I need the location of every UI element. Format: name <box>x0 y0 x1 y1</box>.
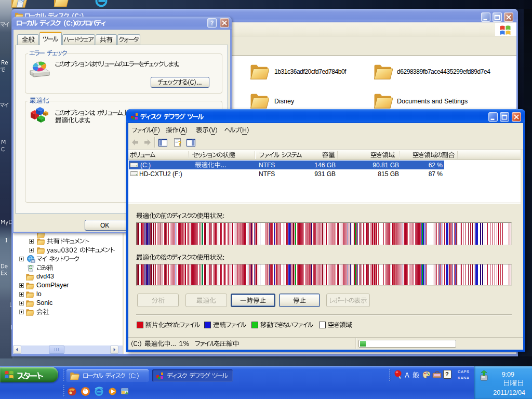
svg-text:?: ? <box>178 139 182 147</box>
